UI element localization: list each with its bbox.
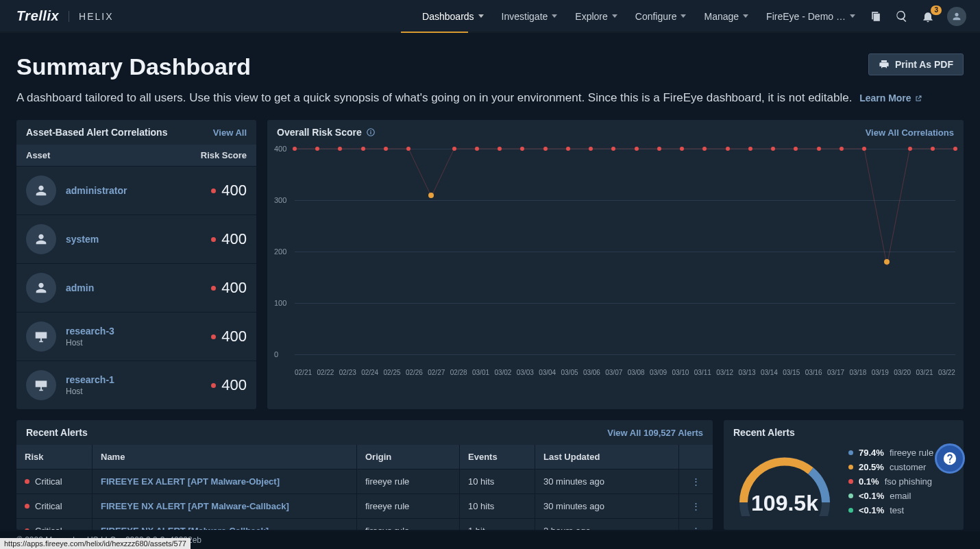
nav-item-explore[interactable]: Explore	[575, 11, 617, 22]
print-icon	[879, 59, 890, 70]
chart-point[interactable]	[361, 147, 365, 151]
legend-dot-icon	[848, 493, 853, 498]
chart-point[interactable]	[862, 147, 866, 151]
recent-alerts-donut-panel: Recent Alerts 109.5k 79.4%fireeye rule20…	[724, 420, 964, 530]
chevron-down-icon	[743, 14, 748, 18]
asset-name-link[interactable]: system	[66, 234, 99, 245]
alert-risk: Critical	[16, 469, 92, 493]
chart-point[interactable]	[726, 147, 730, 151]
chart-point[interactable]	[840, 147, 844, 151]
legend-dot-icon	[848, 508, 853, 513]
kebab-menu-icon[interactable]: ⋮	[678, 519, 713, 530]
asset-risk-score: 400	[211, 182, 247, 199]
legend-dot-icon	[848, 479, 853, 484]
asset-table-header: Asset Risk Score	[16, 145, 256, 166]
chart-point[interactable]	[566, 147, 570, 151]
chart-point[interactable]	[817, 147, 821, 151]
brand: Trellix HELIX	[16, 8, 114, 24]
avatar[interactable]	[947, 7, 966, 26]
print-pdf-button[interactable]: Print As PDF	[868, 53, 964, 75]
risk-chart: 0100200300400 02/2102/2202/2302/2402/250…	[267, 145, 964, 385]
chart-point[interactable]	[293, 147, 297, 151]
alert-name-link[interactable]: FIREEYE NX ALERT [APT Malware-Callback]	[92, 494, 356, 518]
chart-point[interactable]	[452, 147, 456, 151]
asset-row[interactable]: administrator 400	[16, 166, 256, 215]
learn-more-link[interactable]: Learn More	[859, 93, 922, 103]
chart-point[interactable]	[384, 147, 388, 151]
alert-risk: Critical	[16, 494, 92, 518]
brand-logo: Trellix	[16, 8, 59, 24]
nav-item-dashboards[interactable]: Dashboards	[422, 11, 484, 22]
legend-item[interactable]: 79.4%fireeye rule	[848, 448, 933, 458]
chart-point[interactable]	[543, 147, 548, 151]
alert-events: 10 hits	[459, 494, 535, 518]
clone-icon[interactable]	[869, 10, 883, 23]
nav-item-fireeye-demo-[interactable]: FireEye - Demo …	[766, 11, 855, 22]
asset-row[interactable]: admin 400	[16, 263, 256, 312]
user-icon	[26, 273, 56, 303]
page-description-row: A dashboard tailored to all users. Use t…	[16, 91, 964, 105]
asset-name-link[interactable]: admin	[66, 282, 94, 293]
view-all-correlations-link[interactable]: View All Correlations	[866, 127, 954, 138]
asset-risk-score: 400	[211, 279, 247, 297]
page-description: A dashboard tailored to all users. Use t…	[16, 91, 852, 104]
alert-row[interactable]: Critical FIREEYE NX ALERT [APT Malware-C…	[16, 493, 713, 518]
help-bubble-button[interactable]	[935, 443, 965, 474]
alert-origin: fireeye rule	[356, 494, 459, 518]
asset-name-link[interactable]: research-3	[66, 326, 114, 337]
chart-point[interactable]	[931, 147, 935, 151]
nav-item-manage[interactable]: Manage	[704, 11, 748, 22]
nav-item-configure[interactable]: Configure	[635, 11, 687, 22]
asset-panel-title: Asset-Based Alert Correlations	[26, 127, 167, 138]
recent-alerts-panel: Recent Alerts View All 109,527 Alerts Ri…	[16, 420, 713, 530]
legend-dot-icon	[848, 465, 853, 469]
asset-name-link[interactable]: research-1	[66, 374, 114, 385]
asset-row[interactable]: research-1 Host 400	[16, 361, 256, 409]
legend-item[interactable]: <0.1%test	[848, 505, 933, 515]
brand-product: HELIX	[69, 11, 113, 22]
bell-icon[interactable]: 3	[921, 10, 935, 23]
alert-name-link[interactable]: FIREEYE NX ALERT [Malware-Callback]	[92, 519, 356, 530]
alert-row[interactable]: Critical FIREEYE NX ALERT [Malware-Callb…	[16, 518, 713, 530]
alert-name-link[interactable]: FIREEYE EX ALERT [APT Malware-Object]	[92, 469, 356, 493]
alert-events: 10 hits	[459, 469, 535, 493]
user-icon	[26, 224, 56, 254]
search-icon[interactable]	[895, 10, 909, 23]
asset-risk-score: 400	[211, 328, 247, 345]
info-icon[interactable]	[366, 127, 376, 137]
chevron-down-icon	[850, 14, 855, 18]
risk-panel-title: Overall Risk Score	[277, 127, 362, 138]
alert-origin: fireeye rule	[356, 469, 459, 493]
donut-chart: 109.5k	[733, 448, 836, 516]
alert-updated: 30 minutes ago	[535, 494, 678, 518]
asset-risk-score: 400	[211, 376, 247, 394]
nav-menu: DashboardsInvestigateExploreConfigureMan…	[422, 11, 855, 22]
legend-item[interactable]: <0.1%email	[848, 491, 933, 501]
chart-point[interactable]	[953, 147, 957, 151]
alert-events: 1 hit	[459, 519, 535, 530]
alert-row[interactable]: Critical FIREEYE EX ALERT [APT Malware-O…	[16, 469, 713, 493]
chart-point[interactable]	[908, 147, 912, 151]
notification-badge: 3	[931, 5, 942, 15]
nav-item-investigate[interactable]: Investigate	[502, 11, 558, 22]
nav-underline	[0, 32, 980, 33]
chart-point[interactable]	[475, 147, 479, 151]
kebab-menu-icon[interactable]: ⋮	[678, 494, 713, 518]
asset-name-link[interactable]: administrator	[66, 185, 127, 196]
chart-point[interactable]	[657, 147, 661, 151]
asset-risk-score: 400	[211, 230, 247, 248]
legend-item[interactable]: 0.1%fso phishing	[848, 476, 933, 487]
asset-view-all-link[interactable]: View All	[213, 127, 247, 138]
chevron-down-icon	[612, 14, 617, 18]
chart-point[interactable]	[748, 147, 752, 151]
chevron-down-icon	[681, 14, 686, 18]
legend-item[interactable]: 20.5%customer	[848, 462, 933, 472]
status-url-hint: https://apps.fireeye.com/helix/id/hexzzz…	[0, 538, 191, 549]
asset-row[interactable]: system 400	[16, 215, 256, 263]
asset-row[interactable]: research-3 Host 400	[16, 312, 256, 361]
kebab-menu-icon[interactable]: ⋮	[678, 469, 713, 493]
view-all-alerts-link[interactable]: View All 109,527 Alerts	[607, 428, 703, 438]
top-nav: Trellix HELIX DashboardsInvestigateExplo…	[0, 0, 980, 33]
chart-highlight-point[interactable]	[428, 193, 434, 198]
chart-point[interactable]	[635, 147, 639, 151]
